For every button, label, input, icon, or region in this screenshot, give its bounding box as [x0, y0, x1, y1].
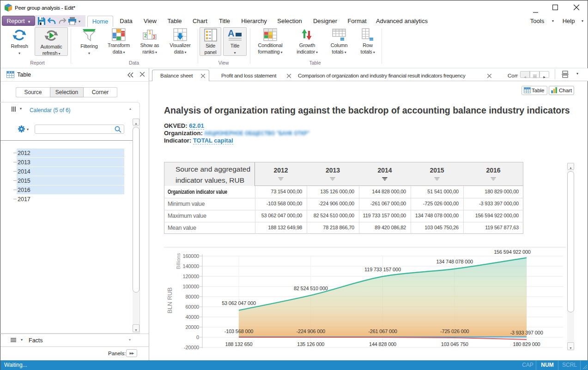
- svg-text:60000: 60000: [185, 304, 199, 310]
- svg-text:188 132 650: 188 132 650: [225, 341, 253, 347]
- svg-text:2: 2: [144, 33, 147, 38]
- svg-text:156 594 922 000: 156 594 922 000: [494, 249, 531, 255]
- svg-text:40000: 40000: [185, 314, 199, 320]
- svg-text:3: 3: [153, 35, 156, 40]
- svg-text:-20000: -20000: [184, 345, 199, 350]
- svg-text:119 733 157 000: 119 733 157 000: [364, 267, 401, 272]
- svg-text:-725 026 000: -725 026 000: [440, 328, 469, 334]
- svg-text:82 524 510 000: 82 524 510 000: [294, 286, 328, 291]
- svg-text:1: 1: [149, 30, 152, 35]
- svg-text:120000: 120000: [182, 274, 199, 279]
- svg-text:A: A: [227, 29, 234, 38]
- svg-text:134 748 078 000: 134 748 078 000: [436, 259, 473, 264]
- svg-text:0: 0: [196, 334, 199, 340]
- svg-text:53 062 047 000: 53 062 047 000: [222, 300, 256, 306]
- svg-text:140000: 140000: [182, 263, 199, 269]
- svg-text:144 828 000: 144 828 000: [369, 341, 396, 347]
- svg-text:Billions: Billions: [176, 253, 181, 269]
- svg-text:-3 933 397 000: -3 933 397 000: [510, 330, 543, 335]
- svg-text:20000: 20000: [185, 324, 199, 330]
- svg-text:80000: 80000: [185, 294, 199, 299]
- svg-text:180 829 000: 180 829 000: [513, 341, 540, 347]
- svg-text:BLN RUB: BLN RUB: [166, 287, 173, 313]
- svg-text:100000: 100000: [182, 284, 199, 289]
- svg-text:-224 906 000: -224 906 000: [297, 328, 326, 334]
- svg-text:135 126 000: 135 126 000: [297, 341, 324, 347]
- svg-text:103 045 750: 103 045 750: [441, 341, 468, 347]
- svg-text:160000: 160000: [182, 253, 199, 259]
- svg-text:-103 568 000: -103 568 000: [224, 328, 254, 334]
- svg-text:-261 067 000: -261 067 000: [368, 328, 397, 334]
